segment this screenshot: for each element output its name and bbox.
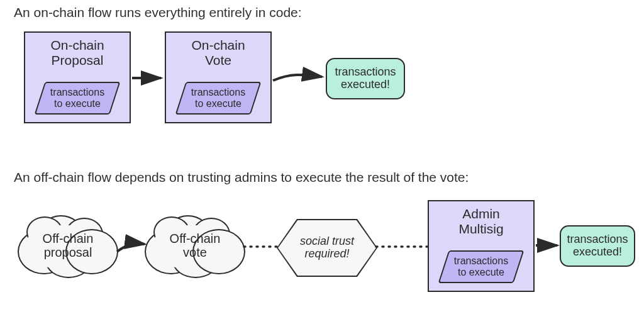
onchain-vote-payload-text: transactionsto execute bbox=[180, 82, 256, 115]
offchain-vote-cloud: Off-chainvote bbox=[145, 214, 245, 277]
onchain-proposal-title: On-chainProposal bbox=[25, 33, 130, 68]
diagram-canvas: An on-chain flow runs everything entirel… bbox=[0, 0, 644, 319]
admin-multisig-payload: transactionsto execute bbox=[443, 250, 519, 283]
arrow-vote-to-result bbox=[272, 70, 326, 86]
offchain-proposal-cloud: Off-chainproposal bbox=[18, 214, 118, 277]
onchain-proposal-payload-text: transactionsto execute bbox=[40, 82, 115, 115]
onchain-vote-title: On-chainVote bbox=[166, 33, 270, 68]
offchain-trust-label: social trustrequired! bbox=[277, 219, 377, 277]
arrow-multisig-to-result bbox=[535, 240, 561, 250]
admin-multisig-title: AdminMultisig bbox=[429, 201, 533, 237]
offchain-vote-label: Off-chainvote bbox=[145, 214, 245, 277]
admin-multisig-payload-text: transactionsto execute bbox=[443, 250, 519, 283]
arrow-offchain-proposal-to-vote bbox=[116, 238, 148, 257]
offchain-result: transactionsexecuted! bbox=[560, 225, 635, 267]
connector-trust-to-multisig bbox=[375, 243, 429, 250]
onchain-proposal-payload: transactionsto execute bbox=[40, 82, 115, 115]
offchain-proposal-label: Off-chainproposal bbox=[18, 214, 118, 277]
admin-multisig-box: AdminMultisig transactionsto execute bbox=[428, 200, 535, 292]
connector-vote-to-trust bbox=[243, 243, 279, 250]
onchain-vote-payload: transactionsto execute bbox=[180, 82, 256, 115]
caption-onchain-flow: An on-chain flow runs everything entirel… bbox=[14, 4, 302, 21]
caption-offchain-flow: An off-chain flow depends on trusting ad… bbox=[14, 169, 469, 186]
offchain-trust-hexagon: social trustrequired! bbox=[277, 219, 377, 277]
onchain-proposal-box: On-chainProposal transactionsto execute bbox=[24, 31, 131, 123]
arrow-proposal-to-vote bbox=[131, 73, 165, 83]
onchain-result: transactionsexecuted! bbox=[326, 58, 405, 99]
onchain-vote-box: On-chainVote transactionsto execute bbox=[165, 31, 272, 123]
